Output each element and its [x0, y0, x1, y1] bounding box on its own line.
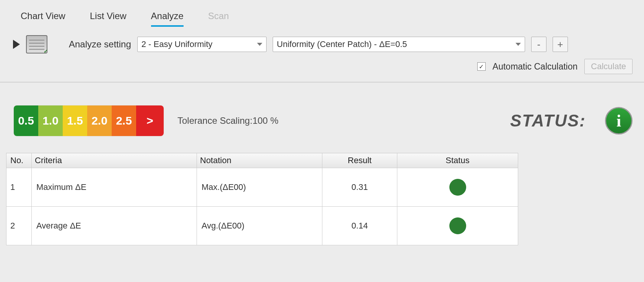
- table-row[interactable]: 1 Maximum ΔE Max.(ΔE00) 0.31: [7, 168, 518, 207]
- add-button[interactable]: +: [553, 37, 568, 52]
- cell-result: 0.14: [322, 207, 397, 245]
- table-row[interactable]: 2 Average ΔE Avg.(ΔE00) 0.14: [7, 207, 518, 245]
- tab-list-view[interactable]: List View: [90, 11, 127, 27]
- scale-cell: 1.0: [38, 105, 63, 136]
- status-info-icon[interactable]: i: [605, 107, 633, 135]
- tab-scan: Scan: [208, 11, 229, 27]
- col-no-header[interactable]: No.: [7, 153, 32, 168]
- tolerance-prefix: Tolerance Scaling:: [177, 115, 252, 126]
- status-label: STATUS:: [510, 111, 586, 130]
- tab-bar: Chart View List View Analyze Scan: [0, 0, 644, 27]
- play-icon[interactable]: [13, 40, 20, 49]
- analyze-setting-label: Analyze setting: [69, 39, 131, 50]
- cell-result: 0.31: [322, 168, 397, 207]
- cell-criteria: Maximum ΔE: [32, 168, 197, 207]
- results-table: No. Criteria Notation Result Status 1 Ma…: [6, 153, 518, 245]
- tolerance-scale: 0.5 1.0 1.5 2.0 2.5 >: [14, 105, 164, 136]
- calculate-button[interactable]: Calculate: [584, 59, 633, 74]
- chevron-down-icon: [516, 43, 521, 46]
- tab-analyze[interactable]: Analyze: [151, 11, 184, 27]
- analyze-setting-select[interactable]: 2 - Easy Uniformity: [137, 37, 267, 52]
- scale-cell: 2.0: [87, 105, 112, 136]
- cell-no: 2: [7, 207, 32, 245]
- tolerance-scaling: Tolerance Scaling:100 %: [177, 115, 278, 126]
- chevron-down-icon: [257, 43, 262, 46]
- divider: [0, 82, 644, 83]
- cell-status: [397, 207, 518, 245]
- table-header-row: No. Criteria Notation Result Status: [7, 153, 518, 168]
- scale-cell: 0.5: [14, 105, 38, 136]
- results-table-wrap: No. Criteria Notation Result Status 1 Ma…: [6, 153, 638, 245]
- col-notation-header[interactable]: Notation: [197, 153, 322, 168]
- col-criteria-header[interactable]: Criteria: [32, 153, 197, 168]
- status-dot-green: [449, 179, 466, 196]
- col-result-header[interactable]: Result: [322, 153, 397, 168]
- analyze-setting-value: 2 - Easy Uniformity: [141, 39, 213, 49]
- info-glyph: i: [616, 111, 621, 131]
- remove-button[interactable]: -: [531, 37, 546, 52]
- calc-row: ✓ Automatic Calculation Calculate: [0, 53, 644, 80]
- cell-notation: Max.(ΔE00): [197, 168, 322, 207]
- cell-criteria: Average ΔE: [32, 207, 197, 245]
- metric-select[interactable]: Uniformity (Center Patch) - ΔE=0.5: [273, 37, 525, 52]
- status-dot-green: [449, 217, 466, 234]
- grid-check-icon[interactable]: [26, 35, 47, 53]
- scale-status-row: 0.5 1.0 1.5 2.0 2.5 > Tolerance Scaling:…: [0, 105, 644, 153]
- scale-cell: >: [136, 105, 164, 136]
- auto-calc-label: Automatic Calculation: [493, 62, 577, 72]
- analyze-toolbar: Analyze setting 2 - Easy Uniformity Unif…: [0, 27, 644, 53]
- metric-value: Uniformity (Center Patch) - ΔE=0.5: [277, 39, 407, 49]
- cell-notation: Avg.(ΔE00): [197, 207, 322, 245]
- col-status-header[interactable]: Status: [397, 153, 518, 168]
- scale-cell: 1.5: [63, 105, 87, 136]
- scale-cell: 2.5: [112, 105, 136, 136]
- tolerance-value: 100 %: [252, 115, 278, 126]
- cell-no: 1: [7, 168, 32, 207]
- tab-chart-view[interactable]: Chart View: [21, 11, 65, 27]
- cell-status: [397, 168, 518, 207]
- auto-calc-checkbox[interactable]: ✓: [477, 62, 486, 71]
